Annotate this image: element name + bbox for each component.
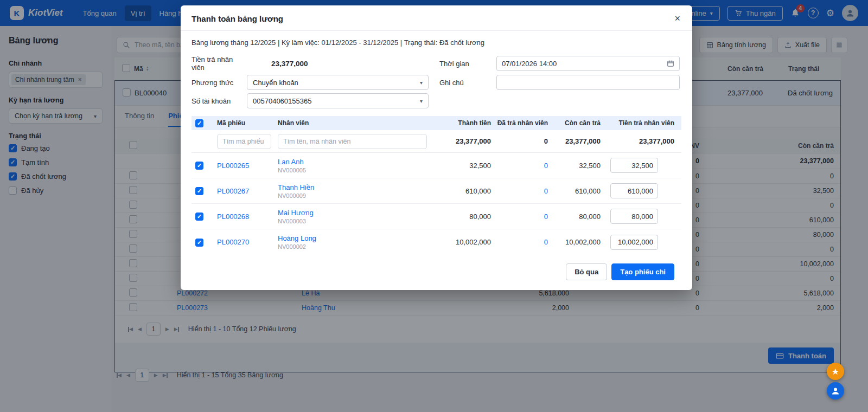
bo-qua-button[interactable]: Bỏ qua [566, 263, 607, 280]
phuong-thuc-select[interactable]: Chuyển khoản ▾ [247, 75, 429, 90]
payment-payslip-row[interactable]: PL000265 Lan Anh NV000005 32,500 0 32,50… [192, 153, 681, 178]
thoi-gian-input[interactable] [502, 60, 667, 68]
modal-title: Thanh toán bảng lương [192, 14, 283, 23]
row-checkbox[interactable] [195, 187, 203, 195]
payment-payslip-row[interactable]: PL000267 Thanh Hiền NV000009 610,000 0 6… [192, 178, 681, 204]
select-all-checkbox[interactable] [195, 119, 203, 127]
column-header-con-can-tra: Còn cần trả [548, 119, 601, 127]
total-thanh-tien: 23,377,000 [431, 137, 491, 145]
filter-ma-phieu-input[interactable] [217, 134, 271, 149]
thoi-gian-label: Thời gian [439, 60, 496, 68]
employee-name-link[interactable]: Thanh Hiền [278, 183, 431, 191]
tao-phieu-chi-button[interactable]: Tạo phiếu chi [611, 263, 674, 280]
star-icon: ★ [832, 366, 839, 377]
employee-id: NV000005 [278, 167, 431, 173]
tien-tra-label: Tiền trả nhân viên [192, 55, 247, 72]
column-header-thanh-tien: Thành tiền [431, 119, 491, 127]
so-tai-khoan-label: Số tài khoản [192, 97, 247, 105]
payment-payslip-row[interactable]: PL000270 Hoàng Long NV000002 10,002,000 … [192, 229, 681, 255]
employee-name-link[interactable]: Hoàng Long [278, 234, 431, 242]
da-tra-link[interactable]: 0 [491, 238, 548, 246]
filter-nhan-vien-input[interactable] [278, 134, 427, 149]
thanh-tien-value: 80,000 [431, 213, 491, 221]
payslip-code-link[interactable]: PL000270 [217, 238, 278, 246]
da-tra-link[interactable]: 0 [491, 213, 548, 221]
employee-name-link[interactable]: Mai Hương [278, 209, 431, 217]
payment-modal: Thanh toán bảng lương × Bảng lương tháng… [181, 5, 692, 290]
row-checkbox[interactable] [195, 213, 203, 221]
tien-tra-input[interactable] [610, 209, 658, 224]
total-tien-tra: 23,377,000 [601, 137, 674, 145]
caret-down-icon: ▾ [420, 98, 423, 104]
modal-body: Bảng lương tháng 12/2025 | Kỳ làm việc: … [181, 31, 692, 290]
con-can-tra-value: 610,000 [548, 187, 601, 195]
tien-tra-value: 23,377,000 [271, 60, 308, 68]
so-tai-khoan-select[interactable]: 005704060155365 ▾ [247, 93, 429, 108]
con-can-tra-value: 10,002,000 [548, 238, 601, 246]
column-header-tien-tra-nhan-vien: Tiền trả nhân viên [601, 119, 674, 127]
total-da-tra: 0 [491, 137, 548, 145]
da-tra-link[interactable]: 0 [491, 187, 548, 195]
ghi-chu-input[interactable] [502, 79, 674, 87]
row-checkbox[interactable] [195, 239, 203, 247]
support-person-icon [831, 386, 840, 396]
thanh-tien-value: 10,002,000 [431, 238, 491, 246]
da-tra-link[interactable]: 0 [491, 162, 548, 170]
row-checkbox[interactable] [195, 162, 203, 170]
payment-payslip-row[interactable]: PL000268 Mai Hương NV000003 80,000 0 80,… [192, 204, 681, 229]
thanh-tien-value: 32,500 [431, 162, 491, 170]
tien-tra-input[interactable] [610, 183, 658, 198]
payment-table-header: Mã phiếu Nhân viên Thành tiền Đã trả nhâ… [192, 116, 681, 130]
so-tai-khoan-value: 005704060155365 [253, 97, 311, 105]
total-con-can-tra: 23,377,000 [548, 137, 601, 145]
rating-fab[interactable]: ★ [827, 363, 844, 380]
ghi-chu-field[interactable] [496, 75, 680, 90]
phuong-thuc-value: Chuyển khoản [253, 79, 298, 87]
thoi-gian-field[interactable] [496, 56, 680, 71]
tien-tra-input[interactable] [610, 158, 658, 173]
close-icon[interactable]: × [674, 14, 680, 23]
employee-id: NV000009 [278, 192, 431, 199]
column-header-da-tra-nhan-vien: Đã trả nhân viên [491, 119, 548, 127]
tien-tra-input[interactable] [610, 235, 658, 250]
payslip-payment-table: Mã phiếu Nhân viên Thành tiền Đã trả nhâ… [192, 116, 681, 255]
payslip-code-link[interactable]: PL000268 [217, 213, 278, 221]
thanh-tien-value: 610,000 [431, 187, 491, 195]
column-header-ma-phieu: Mã phiếu [217, 119, 278, 127]
con-can-tra-value: 80,000 [548, 213, 601, 221]
payment-table-filter-row: 23,377,000 0 23,377,000 23,377,000 [192, 130, 681, 153]
calendar-icon[interactable] [667, 60, 674, 67]
employee-id: NV000003 [278, 218, 431, 224]
ghi-chu-label: Ghi chú [439, 79, 496, 87]
payroll-summary-line: Bảng lương tháng 12/2025 | Kỳ làm việc: … [192, 38, 681, 47]
payslip-code-link[interactable]: PL000267 [217, 187, 278, 195]
payslip-code-link[interactable]: PL000265 [217, 162, 278, 170]
modal-footer: Bỏ qua Tạo phiếu chi [192, 255, 681, 290]
con-can-tra-value: 32,500 [548, 162, 601, 170]
caret-down-icon: ▾ [420, 80, 423, 86]
column-header-nhan-vien: Nhân viên [278, 119, 431, 127]
support-fab[interactable] [827, 382, 844, 400]
phuong-thuc-label: Phương thức [192, 79, 247, 87]
modal-header: Thanh toán bảng lương × [181, 5, 692, 31]
employee-id: NV000002 [278, 243, 431, 250]
employee-name-link[interactable]: Lan Anh [278, 158, 431, 166]
